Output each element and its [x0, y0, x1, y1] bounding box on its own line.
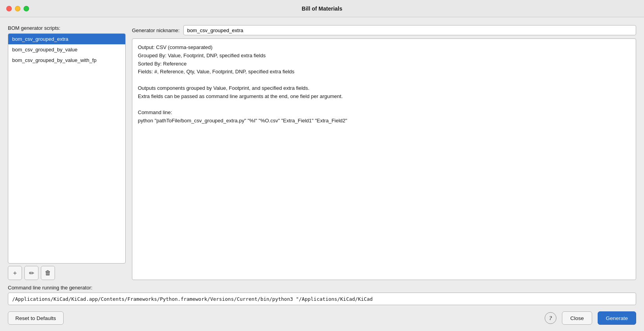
title-bar: Bill of Materials [0, 0, 644, 17]
bottom-left: Reset to Defaults [8, 311, 64, 325]
help-button[interactable]: ? [545, 312, 556, 324]
description-line: Extra fields can be passed as command li… [138, 93, 630, 101]
description-line [138, 76, 630, 84]
script-item[interactable]: bom_csv_grouped_by_value [8, 44, 125, 55]
add-script-button[interactable]: ＋ [8, 266, 22, 280]
window-title: Bill of Materials [302, 5, 342, 12]
right-panel: Generator nickname: Output: CSV (comma-s… [132, 25, 636, 280]
reset-to-defaults-button[interactable]: Reset to Defaults [8, 311, 64, 325]
cmdline-section: Command line running the generator: [8, 285, 636, 305]
script-item[interactable]: bom_csv_grouped_by_value_with_fp [8, 55, 125, 65]
script-list[interactable]: bom_csv_grouped_extrabom_csv_grouped_by_… [8, 33, 126, 264]
description-line: Fields: #, Reference, Qty, Value, Footpr… [138, 68, 630, 76]
cmdline-input[interactable] [8, 293, 636, 305]
description-line: Grouped By: Value, Footprint, DNP, speci… [138, 52, 630, 60]
script-item[interactable]: bom_csv_grouped_extra [8, 34, 125, 44]
top-section: BOM generator scripts: bom_csv_grouped_e… [8, 25, 636, 280]
description-box: Output: CSV (comma-separated)Grouped By:… [132, 38, 636, 280]
minimize-window-button[interactable] [15, 6, 20, 11]
left-panel: BOM generator scripts: bom_csv_grouped_e… [8, 25, 126, 280]
description-line: Output: CSV (comma-separated) [138, 44, 630, 52]
nickname-label: Generator nickname: [132, 27, 179, 33]
nickname-row: Generator nickname: [132, 25, 636, 35]
description-line: Sorted By: Reference [138, 60, 630, 68]
nickname-input[interactable] [183, 25, 636, 35]
close-button[interactable]: Close [562, 311, 592, 325]
traffic-lights [6, 6, 29, 11]
generate-button[interactable]: Generate [598, 311, 636, 325]
description-line: Command line: [138, 109, 630, 117]
close-window-button[interactable] [6, 6, 12, 11]
tool-buttons: ＋ ✏ 🗑 [8, 266, 126, 280]
description-line: Outputs components grouped by Value, Foo… [138, 84, 630, 93]
scripts-label: BOM generator scripts: [8, 25, 126, 31]
description-line: python "pathToFile/bom_csv_grouped_extra… [138, 117, 630, 125]
delete-script-button[interactable]: 🗑 [41, 266, 55, 280]
bottom-right: ? Close Generate [545, 311, 636, 325]
cmdline-label: Command line running the generator: [8, 285, 636, 291]
edit-script-button[interactable]: ✏ [24, 266, 38, 280]
description-line [138, 101, 630, 109]
main-content: BOM generator scripts: bom_csv_grouped_e… [0, 17, 644, 331]
maximize-window-button[interactable] [24, 6, 29, 11]
bottom-bar: Reset to Defaults ? Close Generate [8, 310, 636, 325]
